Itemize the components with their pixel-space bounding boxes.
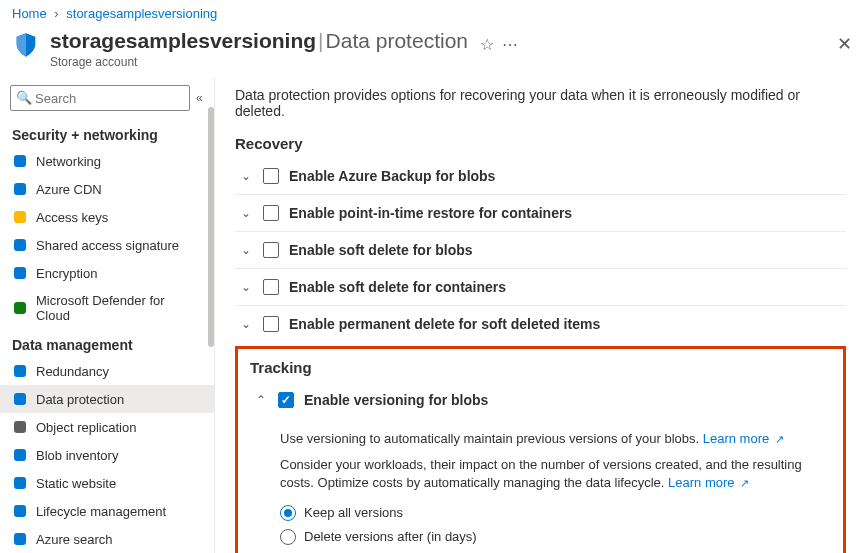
radio-delete-after[interactable]: Delete versions after (in days) [280,525,831,549]
more-button[interactable]: ⋯ [502,35,518,54]
sidebar: 🔍 « Security + networkingNetworkingAzure… [0,77,215,553]
svg-rect-3 [14,239,26,251]
globe-icon [12,153,28,169]
recovery-label: Enable soft delete for blobs [289,242,473,258]
recovery-checkbox[interactable] [263,316,279,332]
sidebar-item-label: Static website [36,476,116,491]
sidebar-item-label: Data protection [36,392,124,407]
breadcrumb-current[interactable]: storagesamplesversioning [66,6,217,21]
sidebar-item-encryption[interactable]: Encryption [0,259,214,287]
shield-icon [12,31,40,59]
search-icon [12,531,28,547]
page-header: storagesamplesversioning|Data protection… [0,27,864,77]
recovery-row: ⌄Enable soft delete for blobs [235,231,846,268]
sidebar-item-redundancy[interactable]: Redundancy [0,357,214,385]
sidebar-item-label: Shared access signature [36,238,179,253]
sidebar-item-label: Azure CDN [36,182,102,197]
section-tracking-title: Tracking [250,359,831,376]
sidebar-item-label: Microsoft Defender for Cloud [36,293,202,323]
svg-rect-4 [14,267,26,279]
sidebar-item-access-keys[interactable]: Access keys [0,203,214,231]
chevron-down-icon[interactable]: ⌄ [239,206,253,220]
lifecycle-icon [12,503,28,519]
scrollbar[interactable] [208,107,214,347]
svg-rect-2 [14,211,26,223]
svg-rect-11 [14,505,26,517]
external-link-icon: ↗ [740,477,749,489]
sidebar-item-data-protection[interactable]: Data protection [0,385,214,413]
close-button[interactable]: ✕ [837,33,852,55]
radio-icon [280,529,296,545]
radio-keep-all[interactable]: Keep all versions [280,501,831,525]
recovery-row: ⌄Enable Azure Backup for blobs [235,158,846,194]
chevron-up-icon[interactable]: ⌃ [254,393,268,407]
search-icon: 🔍 [16,90,32,105]
external-link-icon: ↗ [775,433,784,445]
collapse-sidebar-button[interactable]: « [196,91,203,105]
versioning-label: Enable versioning for blobs [304,392,488,408]
sidebar-item-label: Azure search [36,532,113,547]
lock-icon [12,265,28,281]
inventory-icon [12,447,28,463]
sidebar-item-blob-inventory[interactable]: Blob inventory [0,441,214,469]
recovery-label: Enable Azure Backup for blobs [289,168,495,184]
recovery-checkbox[interactable] [263,279,279,295]
sas-icon [12,237,28,253]
cloud-icon [12,181,28,197]
learn-more-link-2[interactable]: Learn more ↗ [668,475,749,490]
page-title: storagesamplesversioning|Data protection [50,29,468,53]
sidebar-item-label: Redundancy [36,364,109,379]
chevron-down-icon[interactable]: ⌄ [239,169,253,183]
recovery-label: Enable soft delete for containers [289,279,506,295]
radio-icon [280,505,296,521]
sidebar-item-azure-cdn[interactable]: Azure CDN [0,175,214,203]
recovery-row: ⌄Enable permanent delete for soft delete… [235,305,846,342]
intro-text: Data protection provides options for rec… [235,87,846,119]
shield-icon [12,300,28,316]
chevron-down-icon[interactable]: ⌄ [239,317,253,331]
page-subtitle: Storage account [50,55,468,69]
recovery-checkbox[interactable] [263,205,279,221]
nav-section-header: Security + networking [0,119,214,147]
recovery-row: ⌄Enable point-in-time restore for contai… [235,194,846,231]
dp-icon [12,391,28,407]
sidebar-item-label: Networking [36,154,101,169]
sidebar-item-networking[interactable]: Networking [0,147,214,175]
breadcrumb: Home › storagesamplesversioning [0,0,864,27]
svg-rect-7 [14,393,26,405]
sidebar-item-azure-search[interactable]: Azure search [0,525,214,553]
sidebar-item-object-replication[interactable]: Object replication [0,413,214,441]
web-icon [12,475,28,491]
sidebar-item-lifecycle-management[interactable]: Lifecycle management [0,497,214,525]
search-input[interactable] [10,85,190,111]
svg-rect-9 [14,449,26,461]
section-recovery-title: Recovery [235,135,846,152]
nav-section-header: Data management [0,329,214,357]
recovery-checkbox[interactable] [263,168,279,184]
chevron-down-icon[interactable]: ⌄ [239,280,253,294]
content-pane: Data protection provides options for rec… [215,77,864,553]
chevron-down-icon[interactable]: ⌄ [239,243,253,257]
svg-rect-1 [14,183,26,195]
highlight-box: Tracking ⌃ ✓ Enable versioning for blobs… [235,346,846,553]
sidebar-item-static-website[interactable]: Static website [0,469,214,497]
svg-rect-0 [14,155,26,167]
breadcrumb-home[interactable]: Home [12,6,47,21]
key-icon [12,209,28,225]
svg-rect-10 [14,477,26,489]
sidebar-item-label: Object replication [36,420,136,435]
versioning-checkbox[interactable]: ✓ [278,392,294,408]
sidebar-item-shared-access-signature[interactable]: Shared access signature [0,231,214,259]
svg-rect-5 [14,302,26,314]
sidebar-item-label: Encryption [36,266,97,281]
sidebar-item-microsoft-defender-for-cloud[interactable]: Microsoft Defender for Cloud [0,287,214,329]
recovery-label: Enable permanent delete for soft deleted… [289,316,600,332]
favorite-button[interactable]: ☆ [480,35,494,54]
recovery-label: Enable point-in-time restore for contain… [289,205,572,221]
version-retention-radiogroup: Keep all versions Delete versions after … [280,501,831,549]
recovery-checkbox[interactable] [263,242,279,258]
versioning-body: Use versioning to automatically maintain… [250,418,831,553]
sidebar-item-label: Lifecycle management [36,504,166,519]
chevron-right-icon: › [54,6,58,21]
learn-more-link-1[interactable]: Learn more ↗ [703,431,784,446]
